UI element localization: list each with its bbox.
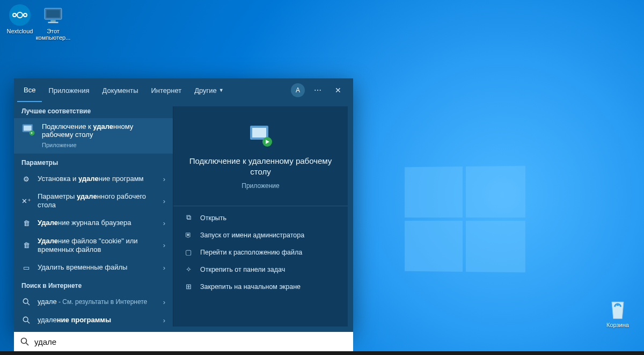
tab-more[interactable]: Другие▼ [188,78,230,102]
svg-rect-4 [46,10,60,18]
chevron-right-icon: › [163,298,165,306]
svg-point-10 [23,299,28,303]
desktop-icon-label: Корзина [598,322,638,328]
preview-type: Приложение [188,182,333,190]
cookie-icon: 🗑 [21,241,31,250]
svg-rect-6 [48,22,58,23]
user-avatar[interactable]: A [291,83,305,97]
tab-apps[interactable]: Приложения [42,78,96,102]
section-web-search: Поиск в Интернете [14,277,173,293]
open-icon: ⧉ [184,214,193,222]
svg-rect-5 [50,20,56,22]
svg-point-0 [13,13,16,17]
desktop-icon-label: Этот компьютер... [33,28,73,41]
svg-line-22 [26,343,29,346]
tab-documents[interactable]: Документы [96,78,144,102]
chevron-right-icon: › [163,175,165,183]
taskbar[interactable] [0,351,644,355]
close-button[interactable]: ✕ [331,83,346,98]
search-panel-header: Все Приложения Документы Интернет Другие… [14,78,353,102]
action-open[interactable]: ⧉ Открыть [173,209,348,227]
settings-result-remote-desktop-params[interactable]: ✕⁺ Параметры удаленного рабочего стола › [14,188,173,214]
search-icon [20,337,29,346]
action-open-file-location[interactable]: ▢ Перейти к расположению файла [173,244,348,261]
unpin-icon: ✧ [184,265,193,274]
web-result-0[interactable]: удале - См. результаты в Интернете › [14,293,173,311]
settings-result-delete-temp-files[interactable]: ▭ Удалить временные файлы › [14,258,173,277]
taskbar-search-box[interactable] [14,332,353,351]
chevron-right-icon: › [163,197,165,205]
svg-line-13 [27,321,30,323]
section-best-match: Лучшее соответствие [14,102,173,118]
chevron-right-icon: › [163,241,165,249]
tab-all[interactable]: Все [17,78,42,102]
desktop-icon-this-pc[interactable]: Этот компьютер... [33,4,73,41]
recycle-bin-icon [607,298,628,320]
search-input[interactable] [34,337,347,346]
windows-logo-backdrop [405,166,525,273]
tab-internet[interactable]: Интернет [144,78,188,102]
best-match-title: Подключение к удаленному рабочему столу [42,122,165,139]
chevron-right-icon: › [163,264,165,272]
svg-point-1 [17,12,23,18]
storage-icon: ▭ [21,263,31,272]
history-icon: 🗑 [21,219,31,228]
action-run-as-admin[interactable]: ⛨ Запуск от имени администратора [173,227,348,244]
preview-title: Подключение к удаленному рабочему столу [188,156,333,178]
action-unpin-taskbar[interactable]: ✧ Открепить от панели задач [173,261,348,278]
start-search-panel: Все Приложения Документы Интернет Другие… [14,78,353,332]
shield-icon: ⛨ [184,231,193,240]
remote-icon: ✕⁺ [21,196,31,206]
settings-result-uninstall-programs[interactable]: ⚙ Установка и удаление программ › [14,170,173,188]
svg-line-11 [27,303,30,305]
search-icon [21,315,31,325]
svg-point-2 [24,13,27,17]
divider [173,206,348,206]
remote-desktop-icon [21,122,35,136]
search-icon [21,297,31,307]
settings-result-clear-cookies[interactable]: 🗑 Удаление файлов "cookie" или временных… [14,233,173,259]
chevron-right-icon: › [163,219,165,227]
chevron-right-icon: › [163,316,165,324]
best-match-type: Приложение [42,142,165,148]
action-pin-start[interactable]: ⊞ Закрепить на начальном экране [173,278,348,295]
settings-result-clear-browser-log[interactable]: 🗑 Удаление журнала браузера › [14,214,173,233]
section-settings: Параметры [14,154,173,170]
svg-point-21 [21,338,27,344]
more-options-button[interactable]: ⋯ [310,83,325,98]
desktop-icon-recycle-bin[interactable]: Корзина [598,298,638,328]
svg-point-12 [23,317,28,322]
best-match-item[interactable]: Подключение к удаленному рабочему столу … [14,118,173,154]
svg-rect-8 [24,126,32,131]
web-result-1[interactable]: удаление программы › [14,311,173,329]
search-preview-pane: Подключение к удаленному рабочему столу … [173,106,348,327]
chevron-down-icon: ▼ [219,88,224,93]
svg-rect-19 [252,128,266,137]
nextcloud-icon [9,4,31,26]
search-results-list: Лучшее соответствие Подключение к удален… [14,102,173,332]
pin-icon: ⊞ [184,282,193,291]
gear-icon: ⚙ [21,174,31,184]
preview-app-icon [248,122,274,148]
folder-icon: ▢ [184,248,193,257]
computer-icon [42,4,64,26]
